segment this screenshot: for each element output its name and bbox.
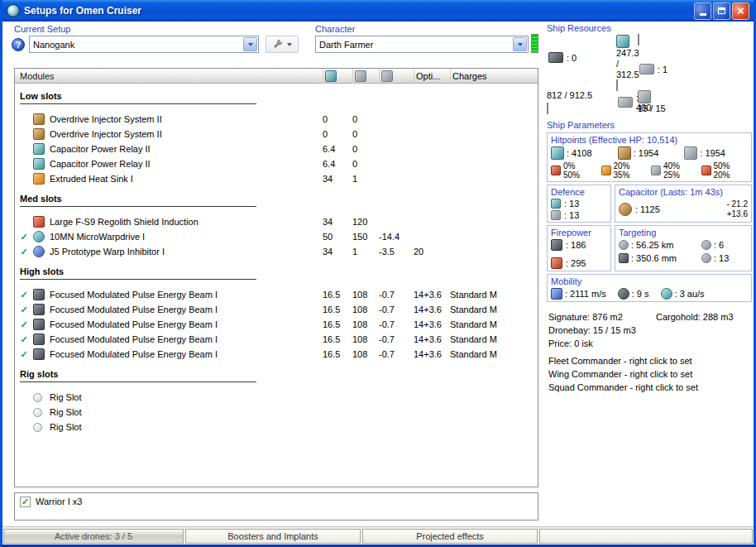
powergrid-value: 150 xyxy=(352,232,379,242)
capacitor-recharge: +13.6 xyxy=(726,209,748,219)
modules-column-header[interactable]: Modules xyxy=(15,71,323,81)
dps-icon xyxy=(551,257,562,269)
module-row[interactable]: Capacitor Power Relay II 6.4 0 xyxy=(15,142,538,156)
projected-effects-tab[interactable]: Projected effects xyxy=(362,529,538,544)
module-row[interactable]: ✓ Focused Modulated Pulse Energy Beam I … xyxy=(15,347,538,362)
capacitor-box: Capacitor (Lasts: 1m 43s) : 1125 - 21.2 … xyxy=(615,185,752,223)
boosters-implants-tab[interactable]: Boosters and Implants xyxy=(185,529,361,544)
powergrid-bar xyxy=(616,79,618,91)
charges-column-header[interactable]: Charges xyxy=(450,69,538,84)
rig-slot-row[interactable]: Rig Slot xyxy=(15,405,538,420)
dropdown-button[interactable] xyxy=(513,37,527,51)
warp-speed-icon xyxy=(661,288,672,300)
targeting-range-value: : 56.25 km xyxy=(631,240,673,250)
hitpoints-label: Hitpoints (Effective HP: 10,514) xyxy=(551,135,748,145)
mobility-box: Mobility : 2111 m/s : 9 s : 3 au/s xyxy=(547,274,752,302)
scan-resolution-icon xyxy=(619,253,629,263)
cpu-value: 34 xyxy=(323,174,352,184)
maximize-button[interactable] xyxy=(713,2,730,20)
title-bar[interactable]: Setups for Omen Cruiser × xyxy=(2,0,754,22)
capacitor-value: -0.7 xyxy=(379,290,414,300)
setup-tools-button[interactable] xyxy=(266,36,299,53)
module-icon xyxy=(33,333,45,345)
powergrid-value: 108 xyxy=(352,334,379,344)
optimal-value: 14+3.6 xyxy=(414,319,450,329)
help-icon[interactable]: ? xyxy=(12,38,25,51)
module-row[interactable]: ✓ Focused Modulated Pulse Energy Beam I … xyxy=(15,302,538,317)
cpu-value: 6.4 xyxy=(323,159,352,169)
section-title-high-slots: High slots xyxy=(20,266,256,280)
section-title-rig-slots: Rig slots xyxy=(20,369,256,382)
cpu-value: 6.4 xyxy=(323,144,352,154)
squad-commander-text[interactable]: Squad Commander - right click to set xyxy=(548,381,752,394)
fleet-commander-text[interactable]: Fleet Commander - right click to set xyxy=(548,354,752,367)
charge-value[interactable]: Standard M xyxy=(450,319,538,329)
optimal-column-header[interactable]: Opti... xyxy=(414,69,450,84)
rig-slot-row[interactable]: Rig Slot xyxy=(15,420,538,434)
rig-slot-icon xyxy=(33,408,42,417)
dronebay-text: Dronebay: 15 / 15 m3 xyxy=(548,324,752,337)
module-row[interactable]: ✓ Focused Modulated Pulse Energy Beam I … xyxy=(15,317,538,332)
sensor-strength-icon xyxy=(701,253,711,263)
powergrid-value: 108 xyxy=(352,319,379,329)
module-name: Focused Modulated Pulse Energy Beam I xyxy=(50,334,323,344)
module-row[interactable]: ✓ 10MN MicroWarpdrive I 50 150 -14.4 xyxy=(15,229,538,244)
max-targets-value: : 6 xyxy=(714,240,724,250)
character-value: Darth Farmer xyxy=(316,40,512,50)
chevron-down-icon xyxy=(248,43,253,46)
module-name: Capacitor Power Relay II xyxy=(50,144,323,154)
module-icon xyxy=(33,304,45,315)
drone-item-label[interactable]: Warrior I x3 xyxy=(36,497,82,506)
rig-slot-row[interactable]: Rig Slot xyxy=(15,390,538,405)
character-dropdown[interactable]: Darth Farmer xyxy=(315,36,529,53)
module-name: Focused Modulated Pulse Energy Beam I xyxy=(50,319,323,329)
cpu-value: 50 xyxy=(323,232,352,242)
charge-value[interactable]: Standard M xyxy=(450,305,538,314)
charge-value[interactable]: Standard M xyxy=(450,334,538,344)
module-row[interactable]: ✓ J5 Prototype Warp Inhibitor I 34 1 -3.… xyxy=(15,244,538,259)
powergrid-column-icon xyxy=(355,70,366,82)
window-title: Setups for Omen Cruiser xyxy=(24,5,692,17)
current-setup-label: Current Setup xyxy=(14,24,70,34)
close-button[interactable]: × xyxy=(732,2,749,20)
current-setup-dropdown[interactable]: Nanogank xyxy=(29,36,259,53)
module-row[interactable]: ✓ Focused Modulated Pulse Energy Beam I … xyxy=(15,332,538,347)
module-row[interactable]: Overdrive Injector System II 0 0 xyxy=(15,112,538,127)
cpu-value: 0 xyxy=(323,114,352,124)
charge-value[interactable]: Standard M xyxy=(450,290,538,300)
drone-active-checkbox[interactable]: ✓ xyxy=(20,497,31,507)
cpu-value: 0 xyxy=(323,129,352,139)
powergrid-value: 120 xyxy=(352,217,379,227)
module-name: Focused Modulated Pulse Energy Beam I xyxy=(50,290,323,300)
module-name: Focused Modulated Pulse Energy Beam I xyxy=(50,349,323,359)
modules-panel: Modules Opti... Charges Low slots Overdr… xyxy=(14,68,538,487)
module-row[interactable]: Large F-S9 Regolith Shield Induction 34 … xyxy=(15,214,538,229)
wing-commander-text[interactable]: Wing Commander - right click to set xyxy=(548,367,752,381)
em-resist-icon xyxy=(551,166,561,175)
firepower-label: Firepower xyxy=(551,228,607,238)
optimal-value: 20 xyxy=(414,247,450,257)
module-icon xyxy=(33,348,45,360)
charge-value[interactable]: Standard M xyxy=(450,349,538,359)
module-row[interactable]: ✓ Focused Modulated Pulse Energy Beam I … xyxy=(15,287,538,302)
module-icon xyxy=(33,289,45,300)
active-check-icon: ✓ xyxy=(15,232,33,242)
module-icon xyxy=(33,231,45,242)
mobility-label: Mobility xyxy=(551,276,748,286)
module-icon xyxy=(33,319,45,330)
ship-resources-panel: : 0 247.3 / 312.5 : 1 812 / 912.5 : 400 xyxy=(547,35,752,114)
minimize-button[interactable] xyxy=(694,2,711,20)
module-row[interactable]: Extruded Heat Sink I 34 1 xyxy=(15,171,538,186)
shield-icon xyxy=(551,146,564,160)
dropdown-button[interactable] xyxy=(243,37,257,51)
module-row[interactable]: Overdrive Injector System II 0 0 xyxy=(15,127,538,142)
active-check-icon: ✓ xyxy=(15,305,33,315)
ship-resources-label: Ship Resources xyxy=(547,23,752,33)
modules-table-header: Modules Opti... Charges xyxy=(15,69,538,84)
capacitor-value: -3.5 xyxy=(379,247,414,257)
targeting-box: Targeting : 56.25 km : 6 : 350.6 mm : 13 xyxy=(615,225,752,271)
thermal-armor-resist: 35% xyxy=(614,170,630,180)
active-drones-tab[interactable]: Active drones: 3 / 5 xyxy=(3,529,184,544)
dronebay-value-text: 15 / 15 xyxy=(638,103,752,114)
module-row[interactable]: Capacitor Power Relay II 6.4 0 xyxy=(15,156,538,171)
